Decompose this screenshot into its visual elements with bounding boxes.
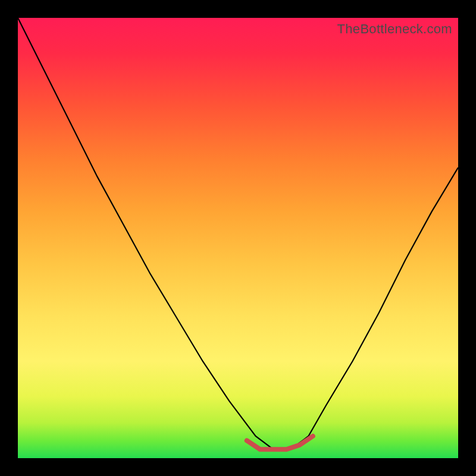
chart-svg	[18, 18, 458, 458]
curve-valley-highlight	[247, 436, 313, 449]
chart-frame: TheBottleneck.com	[0, 0, 476, 476]
curve-main	[18, 18, 458, 449]
chart-plot-area: TheBottleneck.com	[18, 18, 458, 458]
